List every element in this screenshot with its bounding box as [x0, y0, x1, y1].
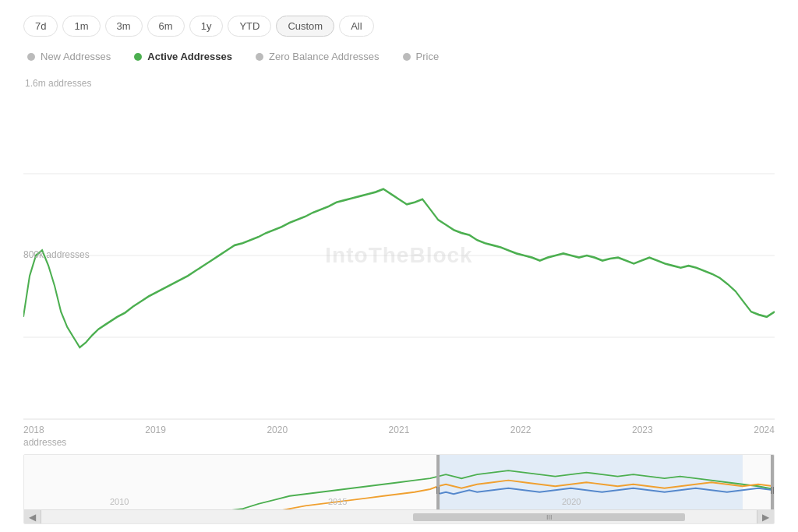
time-btn-6m[interactable]: 6m — [147, 16, 185, 37]
x-label-2018: 2018 — [23, 425, 44, 435]
time-btn-1m[interactable]: 1m — [62, 16, 100, 37]
scroll-bar: ◀ III ▶ — [24, 509, 774, 523]
svg-text:II: II — [436, 485, 440, 495]
x-label-2020: 2020 — [267, 425, 288, 435]
x-label-2021: 2021 — [389, 425, 410, 435]
time-btn-custom[interactable]: Custom — [276, 16, 334, 37]
time-btn-7d[interactable]: 7d — [23, 16, 58, 37]
legend-dot-1 — [134, 53, 142, 61]
time-btn-ytd[interactable]: YTD — [228, 16, 271, 37]
legend-item-1[interactable]: Active Addresses — [134, 51, 232, 62]
time-btn-1y[interactable]: 1y — [189, 16, 224, 37]
y-label-top: 1.6m addresses — [23, 78, 775, 89]
legend-label-3: Price — [416, 51, 440, 62]
legend-dot-3 — [403, 53, 411, 61]
scroll-right-arrow[interactable]: ▶ — [757, 510, 774, 524]
x-label-2022: 2022 — [510, 425, 531, 435]
mini-label-2010: 2010 — [110, 497, 129, 506]
scroll-thumb[interactable]: III — [413, 513, 685, 521]
main-chart-svg — [23, 92, 775, 419]
main-container: 7d1m3m6m1yYTDCustomAll New AddressesActi… — [0, 0, 798, 532]
scroll-left-arrow[interactable]: ◀ — [24, 510, 41, 524]
x-label-2024: 2024 — [754, 425, 775, 435]
legend-dot-2 — [256, 53, 263, 61]
mini-label-2015: 2015 — [328, 497, 347, 506]
scroll-track[interactable]: III — [41, 510, 757, 524]
x-label-2023: 2023 — [632, 425, 653, 435]
x-label-2019: 2019 — [145, 425, 166, 435]
y-label-mid: 800k addresses — [23, 249, 90, 260]
time-range-buttons: 7d1m3m6m1yYTDCustomAll — [23, 16, 775, 37]
legend-label-0: New Addresses — [41, 51, 111, 62]
mini-chart-wrapper: II II 2010 2015 2020 ◀ III ▶ — [23, 454, 775, 524]
svg-text:II: II — [770, 485, 774, 495]
legend-item-0[interactable]: New Addresses — [27, 51, 111, 62]
legend-label-2: Zero Balance Addresses — [269, 51, 380, 62]
x-axis-labels: 2018201920202021202220232024 — [23, 420, 775, 437]
chart-area: 1.6m addresses IntoTheBlock 800k address… — [23, 78, 775, 524]
legend-label-1: Active Addresses — [147, 51, 232, 62]
legend-item-2[interactable]: Zero Balance Addresses — [256, 51, 380, 62]
y-label-bottom: addresses — [23, 437, 775, 448]
legend-item-3[interactable]: Price — [403, 51, 440, 62]
time-btn-3m[interactable]: 3m — [105, 16, 143, 37]
chart-legend: New AddressesActive AddressesZero Balanc… — [23, 51, 775, 62]
time-btn-all[interactable]: All — [339, 16, 373, 37]
main-chart: IntoTheBlock 800k addresses — [23, 92, 775, 420]
legend-dot-0 — [27, 53, 35, 61]
mini-label-2020: 2020 — [562, 497, 581, 506]
